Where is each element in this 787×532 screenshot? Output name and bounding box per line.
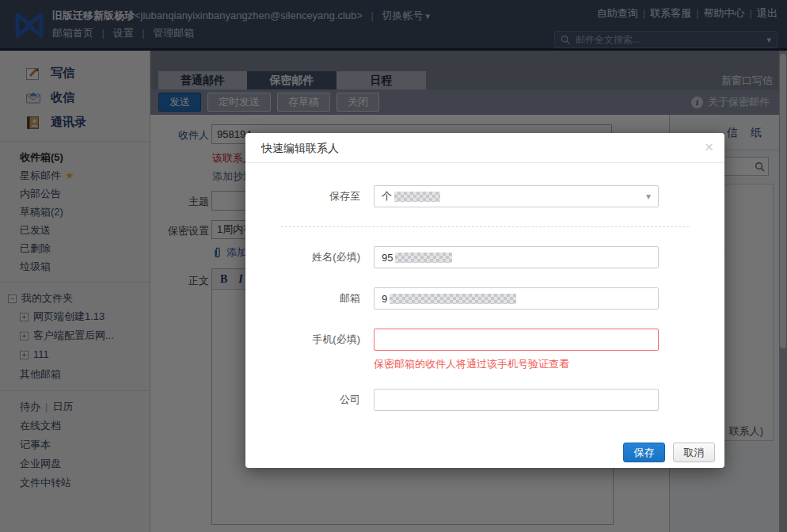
save-to-label: 保存至 — [245, 189, 360, 203]
close-icon[interactable]: × — [705, 133, 713, 162]
dialog-title: 快速编辑联系人 — [261, 142, 339, 154]
dialog-body: 保存至 个 ▾ 姓名(必填) 95 邮箱 9 — [245, 163, 724, 468]
save-button[interactable]: 保存 — [623, 443, 665, 462]
name-label: 姓名(必填) — [245, 250, 360, 264]
name-input[interactable]: 95 — [374, 246, 659, 268]
censored-text — [390, 294, 516, 304]
censored-text — [394, 192, 440, 202]
email-label: 邮箱 — [245, 291, 360, 306]
save-to-select[interactable]: 个 ▾ — [374, 185, 659, 207]
censored-text — [395, 253, 452, 263]
company-input[interactable] — [374, 389, 659, 411]
dialog-footer: 保存 取消 — [245, 443, 724, 468]
dialog-header: 快速编辑联系人 × — [245, 133, 724, 163]
phone-input[interactable] — [374, 329, 659, 351]
webmail-app: 旧版迁移新版杨珍<jiubanqianyixinbanyangzhen@sile… — [0, 0, 787, 532]
caret-down-icon: ▾ — [646, 191, 651, 202]
email-input[interactable]: 9 — [374, 287, 659, 310]
cancel-button[interactable]: 取消 — [673, 443, 715, 462]
phone-label: 手机(必填) — [245, 332, 360, 347]
dashed-divider — [281, 226, 689, 227]
quick-edit-contact-dialog: 快速编辑联系人 × 保存至 个 ▾ 姓名(必填) 95 — [245, 133, 724, 468]
company-label: 公司 — [245, 393, 360, 407]
phone-hint-text: 保密邮箱的收件人将通过该手机号验证查看 — [374, 357, 724, 371]
